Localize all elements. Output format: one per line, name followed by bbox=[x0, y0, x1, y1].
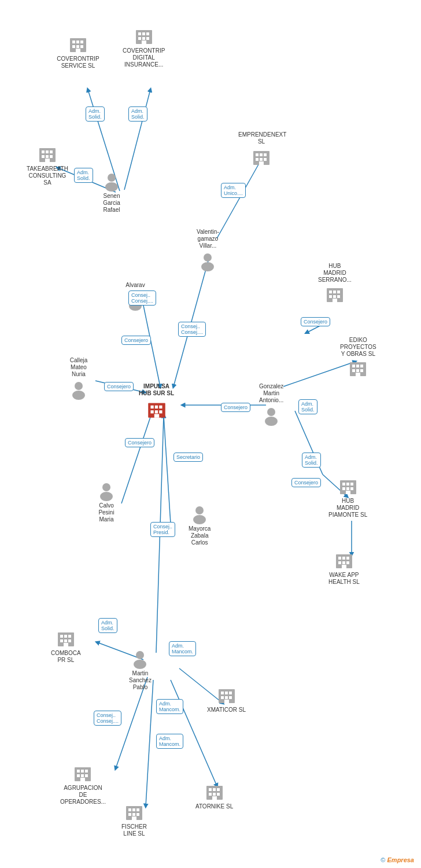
badge-adm-solid-piamonte[interactable]: Adm.Solid. bbox=[302, 453, 321, 468]
svg-rect-129 bbox=[77, 774, 80, 777]
building-icon-3 bbox=[37, 144, 58, 164]
badge-adm-solid-comboca[interactable]: Adm.Solid. bbox=[98, 618, 117, 633]
comboca-label: COMBOCAPR SL bbox=[51, 650, 81, 664]
svg-line-5 bbox=[173, 255, 210, 387]
svg-rect-105 bbox=[346, 561, 349, 564]
svg-rect-131 bbox=[85, 774, 88, 777]
svg-rect-145 bbox=[209, 793, 212, 796]
badge-consejero-calvo[interactable]: Consejero bbox=[125, 438, 154, 447]
building-icon-11 bbox=[72, 763, 93, 784]
svg-line-1 bbox=[124, 90, 150, 190]
badge-consejero-serrano[interactable]: Consejero bbox=[301, 317, 330, 326]
badge-adm-solid-gonzalez[interactable]: Adm.Solid. bbox=[298, 399, 317, 414]
badge-consej-valentin[interactable]: Consej..Consej.... bbox=[178, 322, 206, 337]
svg-rect-135 bbox=[132, 808, 135, 811]
node-senen-garcia: SenenGarciaRafael bbox=[101, 171, 122, 214]
svg-rect-120 bbox=[229, 692, 232, 694]
svg-rect-100 bbox=[338, 557, 341, 560]
svg-rect-111 bbox=[64, 635, 67, 638]
badge-adm-mancom-agrupacion[interactable]: Adm.Mancom. bbox=[156, 699, 183, 714]
svg-rect-114 bbox=[64, 639, 67, 642]
svg-rect-83 bbox=[159, 410, 162, 413]
node-mayorca-zabala: MayorcaZabalaCarlos bbox=[189, 503, 211, 546]
svg-rect-97 bbox=[350, 487, 353, 490]
svg-rect-43 bbox=[50, 155, 53, 158]
svg-point-108 bbox=[134, 660, 146, 669]
atornike-label: ATORNIKE SL bbox=[195, 803, 233, 810]
badge-adm-solid-1[interactable]: Adm.Solid. bbox=[86, 106, 105, 122]
calvo-label: CalvoPesiniMaria bbox=[98, 502, 114, 523]
network-graph: COVERONTRIP SERVICE SL COVERONTRIPDIGITA… bbox=[0, 0, 421, 868]
svg-rect-64 bbox=[333, 299, 337, 302]
svg-rect-110 bbox=[60, 635, 63, 638]
svg-rect-123 bbox=[229, 696, 232, 699]
node-valentin: Valentin-gamazoVillar... bbox=[197, 227, 219, 271]
badge-adm-solid-takeabreath[interactable]: Adm.Solid. bbox=[74, 168, 93, 183]
fischer-line-label: FISCHERLINE SL bbox=[121, 823, 147, 837]
svg-rect-104 bbox=[342, 561, 345, 564]
badge-consej-presid[interactable]: Consej..Presid. bbox=[150, 522, 175, 537]
svg-rect-59 bbox=[333, 290, 336, 293]
node-calleja-mateo: CallejaMateoNuria bbox=[68, 356, 89, 400]
svg-line-14 bbox=[164, 415, 171, 524]
badge-consejero-gonzalez[interactable]: Consejero bbox=[221, 403, 250, 412]
svg-rect-126 bbox=[77, 770, 80, 773]
svg-rect-122 bbox=[225, 696, 228, 699]
svg-rect-144 bbox=[217, 788, 220, 791]
svg-point-46 bbox=[105, 182, 118, 192]
svg-rect-96 bbox=[346, 487, 349, 490]
svg-rect-69 bbox=[356, 365, 359, 367]
node-hub-madrid-piamonte: HUBMADRIDPIAMONTE SL bbox=[328, 476, 367, 518]
badge-adm-unico[interactable]: Adm.Unico.... bbox=[221, 183, 246, 198]
svg-rect-101 bbox=[342, 557, 345, 560]
node-takeabreath: TAKEABREATHCONSULTING SA bbox=[24, 144, 71, 186]
svg-rect-103 bbox=[338, 561, 341, 564]
svg-rect-30 bbox=[138, 32, 141, 35]
svg-rect-34 bbox=[142, 37, 145, 40]
svg-line-4 bbox=[143, 306, 160, 387]
badge-consejero-piamonte[interactable]: Consejero bbox=[291, 478, 321, 487]
building-icon-5 bbox=[324, 284, 345, 304]
node-emprendenext: EMPRENDENEXT SL bbox=[238, 130, 285, 167]
agrupacion-label: AGRUPACIONDEOPERADORES... bbox=[60, 785, 106, 806]
ediko-label: EDIKOPROYECTOSY OBRAS SL bbox=[340, 337, 376, 358]
svg-rect-142 bbox=[209, 788, 212, 791]
svg-rect-68 bbox=[352, 365, 355, 367]
svg-point-88 bbox=[100, 492, 113, 501]
badge-consej-agrupacion[interactable]: Consej..Consej.... bbox=[94, 711, 121, 726]
alvarav-label-top: Alvarav bbox=[125, 282, 145, 289]
badge-adm-mancom-fischer[interactable]: Adm.Mancom. bbox=[156, 734, 183, 749]
badge-secretario[interactable]: Secretario bbox=[173, 453, 203, 462]
person-icon-calvo bbox=[96, 480, 117, 501]
badge-adm-mancom-xmaticor[interactable]: Adm.Mancom. bbox=[169, 641, 196, 656]
svg-rect-63 bbox=[337, 295, 340, 298]
svg-rect-36 bbox=[142, 41, 146, 44]
badge-adm-solid-2[interactable]: Adm.Solid. bbox=[128, 106, 147, 122]
svg-rect-53 bbox=[264, 158, 267, 161]
svg-rect-136 bbox=[136, 808, 139, 811]
node-comboca: COMBOCAPR SL bbox=[51, 628, 81, 664]
node-ediko: EDIKOPROYECTOSY OBRAS SL bbox=[340, 336, 376, 378]
node-gonzalez-martin: GonzalezMartinAntonio... bbox=[259, 382, 283, 426]
svg-rect-140 bbox=[132, 816, 136, 820]
svg-point-85 bbox=[267, 408, 275, 416]
senen-garcia-label: SenenGarciaRafael bbox=[103, 193, 120, 214]
valentin-label-top: Valentin-gamazoVillar... bbox=[197, 229, 219, 249]
svg-rect-73 bbox=[360, 369, 363, 372]
person-icon-martin bbox=[130, 648, 150, 669]
building-icon-12 bbox=[124, 801, 145, 822]
badge-consejero-alvarav2[interactable]: Consejero bbox=[121, 336, 151, 345]
badge-consej-alvarav[interactable]: Consej..Consej.... bbox=[128, 290, 156, 306]
svg-rect-78 bbox=[150, 406, 153, 409]
svg-rect-84 bbox=[154, 414, 158, 417]
svg-rect-32 bbox=[146, 32, 149, 35]
svg-point-45 bbox=[108, 174, 116, 182]
svg-rect-27 bbox=[80, 45, 83, 48]
svg-rect-113 bbox=[60, 639, 63, 642]
svg-rect-49 bbox=[260, 153, 263, 156]
building-icon-7 bbox=[338, 476, 359, 496]
badge-consejero-calleja[interactable]: Consejero bbox=[104, 382, 134, 391]
svg-rect-42 bbox=[46, 155, 49, 158]
svg-rect-128 bbox=[85, 770, 88, 773]
svg-point-55 bbox=[204, 253, 212, 262]
